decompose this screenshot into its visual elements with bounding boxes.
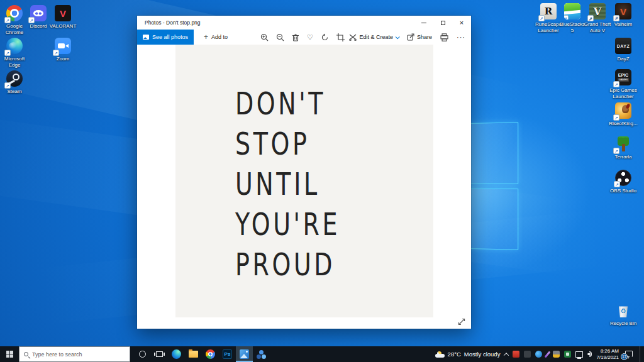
edit-create-icon xyxy=(349,33,357,41)
search-input[interactable] xyxy=(32,351,114,358)
shortcut-arrow-icon: ↗ xyxy=(613,114,619,121)
valheim-icon: V↗ xyxy=(615,3,631,19)
window-title: Photos - Don't stop.png xyxy=(137,19,414,26)
taskbar-file-explorer-button[interactable] xyxy=(185,346,202,362)
show-desktop-button[interactable] xyxy=(640,346,642,362)
taskbar-photoshop-button[interactable]: Ps xyxy=(219,346,236,362)
desktop-icon-terraria[interactable]: ↗ Terraria xyxy=(609,136,638,160)
desktop-icon-label: DayZ xyxy=(617,56,629,62)
favorite-button[interactable]: ♡ xyxy=(307,34,313,41)
runescape-letter: R xyxy=(545,6,552,17)
taskbar-cortana-button[interactable] xyxy=(134,346,151,362)
quote-line: DON'T xyxy=(235,84,386,124)
share-label: Share xyxy=(417,34,432,40)
tray-icon-pen[interactable] xyxy=(545,351,551,358)
desktop-icon-recycle-bin[interactable]: ♻ Recycle Bin xyxy=(609,302,638,327)
see-all-photos-button[interactable]: See all photos xyxy=(137,30,194,45)
minimize-button[interactable] xyxy=(414,16,433,30)
delete-button[interactable] xyxy=(292,33,299,41)
desktop-icon-riseofkingdoms[interactable]: ↗ RiseofKing... xyxy=(609,102,638,127)
terraria-icon: ↗ xyxy=(615,136,631,152)
desktop-icon-label: OBS Studio xyxy=(610,188,636,194)
desktop-icon-zoom[interactable]: ↗ Zoom xyxy=(48,38,77,62)
quote-line: PROUD xyxy=(235,244,386,285)
desktop-icon-microsoft-edge[interactable]: ↗ Microsoft Edge xyxy=(0,38,29,68)
see-all-photos-label: See all photos xyxy=(152,34,188,40)
zoom-icon: ↗ xyxy=(55,38,71,54)
start-button[interactable] xyxy=(0,346,19,362)
desktop-icon-label: RiseofKing... xyxy=(609,121,637,127)
volume-button[interactable] xyxy=(587,351,592,357)
photo-dont-stop[interactable]: DON'T STOP UNTIL YOU'RE PROUD xyxy=(175,45,433,317)
desktop-icon-valorant[interactable]: V VALORANT xyxy=(48,5,77,30)
taskbar-app-button[interactable] xyxy=(253,346,270,362)
shortcut-arrow-icon: ↗ xyxy=(53,50,59,56)
shortcut-arrow-icon: ↗ xyxy=(538,15,545,21)
shortcut-arrow-icon: ↗ xyxy=(587,15,594,21)
windows-logo-pane xyxy=(469,189,518,250)
tray-icon-red[interactable] xyxy=(513,351,519,358)
tray-overflow-chevron[interactable] xyxy=(504,353,509,358)
zoom-out-button[interactable] xyxy=(276,33,284,41)
tray-icon-dark[interactable] xyxy=(524,351,531,358)
photos-collection-icon xyxy=(143,35,149,40)
quote-line: UNTIL xyxy=(235,164,386,204)
network-icon[interactable] xyxy=(575,351,583,358)
plus-icon: + xyxy=(204,33,208,41)
fullscreen-icon xyxy=(457,317,466,326)
more-options-button[interactable]: ··· xyxy=(457,33,465,41)
edge-icon: ↗ xyxy=(6,38,23,54)
desktop-icon-label: Recycle Bin xyxy=(610,321,636,327)
edit-and-create-button[interactable]: Edit & Create xyxy=(349,33,399,41)
tray-icon-green[interactable] xyxy=(564,351,571,358)
desktop-icon-dayz[interactable]: DAYZ DayZ xyxy=(609,38,638,62)
recycle-glyph: ♻ xyxy=(621,307,626,314)
edit-create-label: Edit & Create xyxy=(359,34,393,40)
taskbar-task-view-button[interactable] xyxy=(151,346,168,362)
windows-logo-pane xyxy=(469,122,518,184)
clock-date: 7/19/2021 xyxy=(596,354,619,361)
weather-temperature: 28°C xyxy=(448,351,461,358)
rise-of-kingdoms-icon: ↗ xyxy=(615,102,631,119)
zoom-in-button[interactable] xyxy=(260,33,269,41)
desktop-icon-label: Discord xyxy=(30,23,47,30)
desktop-icon-steam[interactable]: ↗ Steam xyxy=(0,70,29,95)
dayz-icon: DAYZ xyxy=(615,38,631,54)
notification-count-badge: 17 xyxy=(621,353,628,360)
add-to-button[interactable]: + Add to xyxy=(204,33,228,41)
print-button[interactable] xyxy=(440,33,448,41)
system-tray: 28°C Mostly cloudy 8:26 AM 7/19/2021 17 xyxy=(435,346,644,362)
bluestacks-icon: ↗ xyxy=(564,3,580,19)
desktop-icon-gta-v[interactable]: V↗ Grand Theft Auto V xyxy=(583,3,612,33)
desktop-icon-valheim[interactable]: V↗ Valheim xyxy=(609,3,638,28)
shortcut-arrow-icon: ↗ xyxy=(4,17,11,23)
photo-viewer-area: DON'T STOP UNTIL YOU'RE PROUD xyxy=(137,45,471,329)
window-titlebar[interactable]: Photos - Don't stop.png × xyxy=(137,16,471,30)
action-center-button[interactable]: 17 xyxy=(623,350,634,359)
steam-icon: ↗ xyxy=(6,70,23,87)
taskbar-search[interactable] xyxy=(19,346,130,362)
taskbar-edge-button[interactable] xyxy=(168,346,185,362)
weather-condition: Mostly cloudy xyxy=(464,351,501,358)
taskbar-chrome-button[interactable] xyxy=(202,346,219,362)
crop-button[interactable] xyxy=(336,33,345,41)
partly-cloudy-icon xyxy=(435,351,445,358)
shortcut-arrow-icon: ↗ xyxy=(564,15,569,19)
taskbar-weather-widget[interactable]: 28°C Mostly cloudy xyxy=(435,351,501,358)
maximize-button[interactable] xyxy=(433,16,452,30)
share-button[interactable]: Share xyxy=(407,33,432,41)
rotate-button[interactable] xyxy=(321,33,329,41)
epic-games-icon: EPIC GAMES ↗ xyxy=(615,69,631,85)
edge-icon xyxy=(172,349,181,359)
epic-text: EPIC xyxy=(618,73,628,77)
taskbar-clock[interactable]: 8:26 AM 7/19/2021 xyxy=(596,348,619,361)
tray-icon-shield[interactable] xyxy=(553,351,560,358)
desktop-icon-epic-games[interactable]: EPIC GAMES ↗ Epic Games Launcher xyxy=(609,69,638,99)
taskbar-photos-button-active[interactable] xyxy=(236,346,253,362)
close-button[interactable]: × xyxy=(452,16,471,30)
photoshop-icon: Ps xyxy=(223,349,232,359)
tray-icon-blue[interactable] xyxy=(535,351,542,358)
fullscreen-button[interactable] xyxy=(457,317,466,326)
runescape-icon: R↗ xyxy=(540,3,557,19)
desktop-icon-obs-studio[interactable]: ↗ OBS Studio xyxy=(609,170,638,194)
